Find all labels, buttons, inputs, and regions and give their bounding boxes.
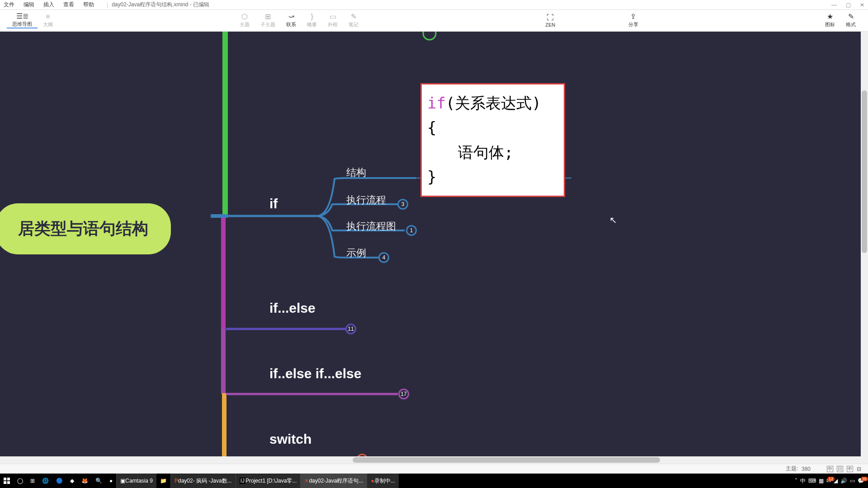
tray-ime[interactable]: 中 (800, 477, 806, 485)
ime-indicator[interactable]: 日 (837, 466, 843, 472)
view-outline[interactable]: ≡ 大纲 (38, 13, 58, 28)
svg-point-5 (423, 32, 436, 40)
tray-battery-icon[interactable]: ▭ (850, 478, 855, 484)
outline-icon: ≡ (46, 13, 50, 20)
star-icon: ★ (827, 13, 833, 20)
menu-edit[interactable]: 编辑 (24, 1, 34, 9)
taskbar-camtasia[interactable]: ▣ Camtasia 9 (116, 474, 156, 488)
windows-icon (4, 478, 10, 484)
tool-summary[interactable]: }概要 (302, 13, 322, 28)
mouse-cursor-icon: ↖ (609, 215, 617, 225)
relation-icon: ⤻ (288, 13, 294, 20)
scroll-thumb[interactable] (862, 90, 867, 253)
theme-icon: ⬡ (241, 13, 248, 20)
pinned-app2[interactable]: ● (106, 474, 116, 488)
menu-view[interactable]: 查看 (63, 1, 74, 9)
share-icon: ⇪ (630, 13, 636, 20)
tool-note[interactable]: ✎笔记 (343, 13, 364, 28)
tool-format[interactable]: ✎格式 (840, 13, 861, 28)
pinned-search[interactable]: 🔍 (92, 474, 106, 488)
svg-rect-14 (4, 478, 6, 480)
collapse-badge-ifelseif[interactable]: 17 (399, 389, 409, 399)
scroll-thumb[interactable] (353, 457, 660, 463)
node-struct[interactable]: 结构 (346, 166, 366, 179)
tool-share[interactable]: ⇪分享 (623, 13, 644, 28)
taskbar-powerpoint[interactable]: P day02- 疯码 -Java数... (170, 474, 236, 488)
tool-theme[interactable]: ⬡主题 (234, 13, 255, 28)
start-button[interactable] (0, 474, 14, 488)
view-mindmap-label: 思维导图 (12, 21, 32, 28)
topic-count-value: 380 (802, 466, 811, 472)
node-if-else[interactable]: if...else (269, 300, 316, 316)
tray-keyboard-icon[interactable]: ⌨ (808, 478, 816, 484)
divider: | (107, 2, 108, 8)
view-outline-label: 大纲 (43, 21, 53, 28)
code-note[interactable]: if(关系表达式) { 语句体; } (420, 83, 565, 197)
tool-boundary[interactable]: ▭外框 (322, 13, 343, 28)
maximize-icon[interactable]: ▢ (846, 2, 851, 8)
taskbar: ◯ ⊞ 🌐 🔵 ◆ 🦊 🔍 ● ▣ Camtasia 9 📁 P day02- … (0, 474, 868, 488)
svg-rect-17 (7, 481, 10, 484)
ime-indicator[interactable]: 中 (847, 466, 853, 472)
tray-volume-icon[interactable]: 🔊 (840, 478, 847, 484)
toolbar: ☰≣ 思维导图 ≡ 大纲 ⬡主题 ⊞子主题 ⤻联系 }概要 ▭外框 ✎笔记 ⛶Z… (0, 10, 868, 32)
tool-relation[interactable]: ⤻联系 (281, 13, 302, 28)
document-title: day02-Java程序语句结构.xmind - 已编辑 (112, 1, 209, 9)
pinned-edge[interactable]: 🔵 (52, 474, 66, 488)
summary-icon: } (311, 13, 313, 20)
note-icon: ✎ (351, 13, 357, 20)
node-example[interactable]: 示例 (346, 246, 366, 260)
tool-subtopic[interactable]: ⊞子主题 (255, 13, 281, 28)
status-collapse-icon[interactable]: ⊟ (857, 466, 861, 472)
ime-indicator[interactable]: 中 (827, 466, 833, 472)
status-bar: 主题: 380 中 日 中 ⊟ (0, 464, 868, 474)
system-tray: ˄ 中 ⌨ ▦ ✉12 ◢ 🔊 ▭ 💬35 (795, 477, 868, 485)
taskbar-xmind[interactable]: ✕ day02-Java程序语句... (300, 474, 367, 488)
node-switch[interactable]: switch (269, 432, 311, 447)
node-if[interactable]: if (269, 196, 278, 211)
code-end: } (427, 164, 558, 189)
taskbar-intellij[interactable]: IJ Project1 [D:\Java零... (236, 474, 301, 488)
pinned-firefox[interactable]: 🦊 (78, 474, 92, 488)
pinned-app[interactable]: ◆ (66, 474, 78, 488)
node-exec-diagram[interactable]: 执行流程图 (346, 220, 396, 233)
vertical-scrollbar[interactable] (861, 32, 868, 464)
root-node[interactable]: 居类型与语句结构 (0, 203, 171, 254)
task-view-button[interactable]: ⊞ (27, 474, 38, 488)
boundary-icon: ▭ (330, 13, 336, 20)
mindmap-icon: ☰≣ (16, 13, 28, 20)
collapse-badge-example[interactable]: 4 (379, 253, 389, 263)
code-body: 语句体; (427, 140, 558, 164)
pinned-explorer[interactable]: 📁 (156, 474, 170, 488)
node-if-elseif-else[interactable]: if..else if...else (269, 366, 361, 381)
zen-icon: ⛶ (547, 14, 554, 21)
topic-count-label: 主题: (786, 465, 798, 473)
brush-icon: ✎ (848, 13, 854, 20)
tray-chevron-icon[interactable]: ˄ (795, 478, 797, 484)
mindmap-canvas[interactable]: 居类型与语句结构 if if...else if..else if...else… (0, 32, 868, 465)
tool-icons[interactable]: ★图标 (820, 13, 840, 28)
tool-zen[interactable]: ⛶ZEN (540, 14, 561, 28)
tray-mail-icon[interactable]: ✉12 (826, 478, 831, 484)
close-icon[interactable]: ✕ (860, 2, 864, 8)
view-mindmap[interactable]: ☰≣ 思维导图 (7, 13, 38, 28)
node-exec-flow[interactable]: 执行流程 (346, 193, 386, 207)
collapse-badge-ifelse[interactable]: 11 (346, 324, 356, 334)
menu-help[interactable]: 帮助 (83, 1, 94, 9)
window-controls: ― ▢ ✕ (831, 2, 864, 8)
horizontal-scrollbar[interactable] (0, 456, 868, 464)
menu-bar: 文件 编辑 插入 查看 帮助 | day02-Java程序语句结构.xmind … (0, 0, 868, 10)
cortana-button[interactable]: ◯ (14, 474, 27, 488)
minimize-icon[interactable]: ― (831, 2, 837, 8)
svg-rect-16 (4, 481, 6, 484)
tray-app-icon[interactable]: ▦ (819, 478, 824, 484)
svg-rect-15 (7, 478, 10, 480)
taskbar-recorder[interactable]: ● 录制中... (367, 474, 398, 488)
subtopic-icon: ⊞ (265, 13, 271, 20)
pinned-chrome[interactable]: 🌐 (38, 474, 52, 488)
collapse-badge-execd[interactable]: 1 (406, 225, 416, 235)
menu-insert[interactable]: 插入 (43, 1, 54, 9)
collapse-badge-exec[interactable]: 3 (398, 199, 408, 209)
menu-file[interactable]: 文件 (4, 1, 14, 9)
tray-notifications-icon[interactable]: 💬35 (858, 478, 864, 484)
